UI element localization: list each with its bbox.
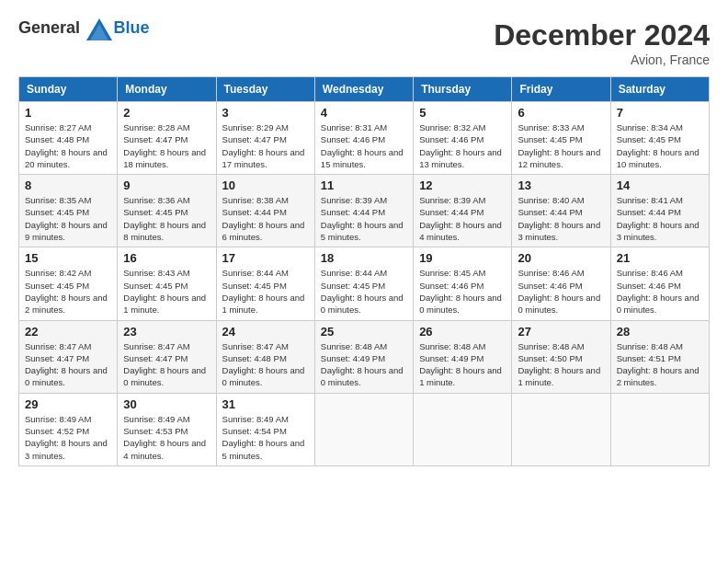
calendar-cell: 12 Sunrise: 8:39 AM Sunset: 4:44 PM Dayl…	[414, 175, 512, 247]
day-number: 31	[222, 397, 309, 411]
day-info: Sunrise: 8:42 AM Sunset: 4:45 PM Dayligh…	[25, 267, 111, 316]
day-info: Sunrise: 8:36 AM Sunset: 4:45 PM Dayligh…	[123, 194, 210, 243]
day-info: Sunrise: 8:34 AM Sunset: 4:45 PM Dayligh…	[617, 121, 703, 170]
day-number: 12	[419, 178, 506, 192]
day-info: Sunrise: 8:44 AM Sunset: 4:45 PM Dayligh…	[321, 267, 407, 316]
calendar-cell: 3 Sunrise: 8:29 AM Sunset: 4:47 PM Dayli…	[216, 102, 314, 175]
title-block: December 2024 Avion, France	[494, 18, 710, 67]
calendar-cell: 1 Sunrise: 8:27 AM Sunset: 4:48 PM Dayli…	[19, 102, 118, 175]
day-number: 6	[518, 106, 604, 120]
location-title: Avion, France	[494, 52, 710, 67]
calendar-cell: 6 Sunrise: 8:33 AM Sunset: 4:45 PM Dayli…	[512, 102, 610, 175]
day-info: Sunrise: 8:47 AM Sunset: 4:47 PM Dayligh…	[25, 340, 111, 389]
col-friday: Friday	[512, 77, 610, 102]
day-number: 20	[518, 251, 604, 265]
calendar-cell: 15 Sunrise: 8:42 AM Sunset: 4:45 PM Dayl…	[19, 247, 118, 320]
calendar-cell: 19 Sunrise: 8:45 AM Sunset: 4:46 PM Dayl…	[414, 247, 512, 320]
calendar-cell: 21 Sunrise: 8:46 AM Sunset: 4:46 PM Dayl…	[610, 247, 709, 320]
day-number: 1	[25, 106, 111, 120]
day-number: 11	[321, 178, 407, 192]
calendar-cell: 20 Sunrise: 8:46 AM Sunset: 4:46 PM Dayl…	[512, 247, 610, 320]
day-info: Sunrise: 8:43 AM Sunset: 4:45 PM Dayligh…	[123, 267, 210, 316]
calendar-cell: 14 Sunrise: 8:41 AM Sunset: 4:44 PM Dayl…	[610, 175, 709, 247]
day-info: Sunrise: 8:48 AM Sunset: 4:49 PM Dayligh…	[419, 340, 506, 389]
day-number: 18	[321, 251, 407, 265]
day-number: 21	[617, 251, 703, 265]
col-monday: Monday	[118, 77, 216, 102]
calendar-cell: 11 Sunrise: 8:39 AM Sunset: 4:44 PM Dayl…	[314, 175, 413, 247]
day-info: Sunrise: 8:38 AM Sunset: 4:44 PM Dayligh…	[222, 194, 309, 243]
col-saturday: Saturday	[610, 77, 709, 102]
day-number: 17	[222, 251, 309, 265]
logo-blue-text: Blue	[114, 18, 150, 37]
day-number: 15	[25, 251, 111, 265]
calendar-cell: 22 Sunrise: 8:47 AM Sunset: 4:47 PM Dayl…	[19, 320, 118, 393]
day-info: Sunrise: 8:47 AM Sunset: 4:47 PM Dayligh…	[123, 340, 210, 389]
day-info: Sunrise: 8:39 AM Sunset: 4:44 PM Dayligh…	[419, 194, 506, 243]
calendar-cell: 7 Sunrise: 8:34 AM Sunset: 4:45 PM Dayli…	[610, 102, 709, 175]
day-info: Sunrise: 8:27 AM Sunset: 4:48 PM Dayligh…	[25, 121, 111, 170]
day-info: Sunrise: 8:46 AM Sunset: 4:46 PM Dayligh…	[617, 267, 703, 316]
week-row-3: 15 Sunrise: 8:42 AM Sunset: 4:45 PM Dayl…	[19, 247, 710, 320]
day-info: Sunrise: 8:41 AM Sunset: 4:44 PM Dayligh…	[617, 194, 703, 243]
day-number: 25	[321, 325, 407, 339]
day-info: Sunrise: 8:45 AM Sunset: 4:46 PM Dayligh…	[419, 267, 506, 316]
day-number: 5	[419, 106, 506, 120]
day-number: 19	[419, 251, 506, 265]
day-info: Sunrise: 8:48 AM Sunset: 4:49 PM Dayligh…	[321, 340, 407, 389]
calendar-cell: 10 Sunrise: 8:38 AM Sunset: 4:44 PM Dayl…	[216, 175, 314, 247]
day-number: 26	[419, 325, 506, 339]
day-info: Sunrise: 8:35 AM Sunset: 4:45 PM Dayligh…	[25, 194, 111, 243]
day-number: 24	[222, 325, 309, 339]
day-number: 9	[123, 178, 210, 192]
col-thursday: Thursday	[414, 77, 512, 102]
col-wednesday: Wednesday	[314, 77, 413, 102]
calendar-cell: 31 Sunrise: 8:49 AM Sunset: 4:54 PM Dayl…	[216, 393, 314, 465]
day-number: 27	[518, 325, 604, 339]
calendar-cell: 8 Sunrise: 8:35 AM Sunset: 4:45 PM Dayli…	[19, 175, 118, 247]
calendar-cell: 13 Sunrise: 8:40 AM Sunset: 4:44 PM Dayl…	[512, 175, 610, 247]
day-info: Sunrise: 8:47 AM Sunset: 4:48 PM Dayligh…	[222, 340, 309, 389]
day-info: Sunrise: 8:31 AM Sunset: 4:46 PM Dayligh…	[321, 121, 407, 170]
calendar-cell: 5 Sunrise: 8:32 AM Sunset: 4:46 PM Dayli…	[414, 102, 512, 175]
col-sunday: Sunday	[19, 77, 118, 102]
day-info: Sunrise: 8:48 AM Sunset: 4:50 PM Dayligh…	[518, 340, 604, 389]
day-number: 3	[222, 106, 309, 120]
day-number: 14	[617, 178, 703, 192]
logo-icon	[86, 18, 112, 40]
calendar-table: Sunday Monday Tuesday Wednesday Thursday…	[18, 76, 710, 466]
day-number: 23	[123, 325, 210, 339]
calendar-cell: 25 Sunrise: 8:48 AM Sunset: 4:49 PM Dayl…	[314, 320, 413, 393]
month-title: December 2024	[494, 18, 710, 52]
calendar-cell: 17 Sunrise: 8:44 AM Sunset: 4:45 PM Dayl…	[216, 247, 314, 320]
calendar-cell: 9 Sunrise: 8:36 AM Sunset: 4:45 PM Dayli…	[118, 175, 216, 247]
day-info: Sunrise: 8:29 AM Sunset: 4:47 PM Dayligh…	[222, 121, 309, 170]
day-number: 29	[25, 397, 111, 411]
day-info: Sunrise: 8:28 AM Sunset: 4:47 PM Dayligh…	[123, 121, 210, 170]
page-header: General Blue December 2024 Avion, France	[18, 18, 710, 67]
day-info: Sunrise: 8:49 AM Sunset: 4:52 PM Dayligh…	[25, 413, 111, 462]
day-info: Sunrise: 8:48 AM Sunset: 4:51 PM Dayligh…	[617, 340, 703, 389]
calendar-cell: 23 Sunrise: 8:47 AM Sunset: 4:47 PM Dayl…	[118, 320, 216, 393]
day-info: Sunrise: 8:39 AM Sunset: 4:44 PM Dayligh…	[321, 194, 407, 243]
day-number: 28	[617, 325, 703, 339]
day-number: 22	[25, 325, 111, 339]
day-number: 4	[321, 106, 407, 120]
calendar-cell: 2 Sunrise: 8:28 AM Sunset: 4:47 PM Dayli…	[118, 102, 216, 175]
day-number: 10	[222, 178, 309, 192]
calendar-cell: 24 Sunrise: 8:47 AM Sunset: 4:48 PM Dayl…	[216, 320, 314, 393]
day-number: 8	[25, 178, 111, 192]
calendar-cell	[414, 393, 512, 465]
calendar-cell: 18 Sunrise: 8:44 AM Sunset: 4:45 PM Dayl…	[314, 247, 413, 320]
week-row-5: 29 Sunrise: 8:49 AM Sunset: 4:52 PM Dayl…	[19, 393, 710, 465]
calendar-cell: 16 Sunrise: 8:43 AM Sunset: 4:45 PM Dayl…	[118, 247, 216, 320]
calendar-cell	[512, 393, 610, 465]
calendar-cell: 4 Sunrise: 8:31 AM Sunset: 4:46 PM Dayli…	[314, 102, 413, 175]
calendar-cell: 26 Sunrise: 8:48 AM Sunset: 4:49 PM Dayl…	[414, 320, 512, 393]
day-info: Sunrise: 8:49 AM Sunset: 4:54 PM Dayligh…	[222, 413, 309, 462]
logo-text: General	[18, 18, 80, 37]
day-info: Sunrise: 8:40 AM Sunset: 4:44 PM Dayligh…	[518, 194, 604, 243]
week-row-2: 8 Sunrise: 8:35 AM Sunset: 4:45 PM Dayli…	[19, 175, 710, 247]
calendar-cell	[610, 393, 709, 465]
calendar-cell: 27 Sunrise: 8:48 AM Sunset: 4:50 PM Dayl…	[512, 320, 610, 393]
